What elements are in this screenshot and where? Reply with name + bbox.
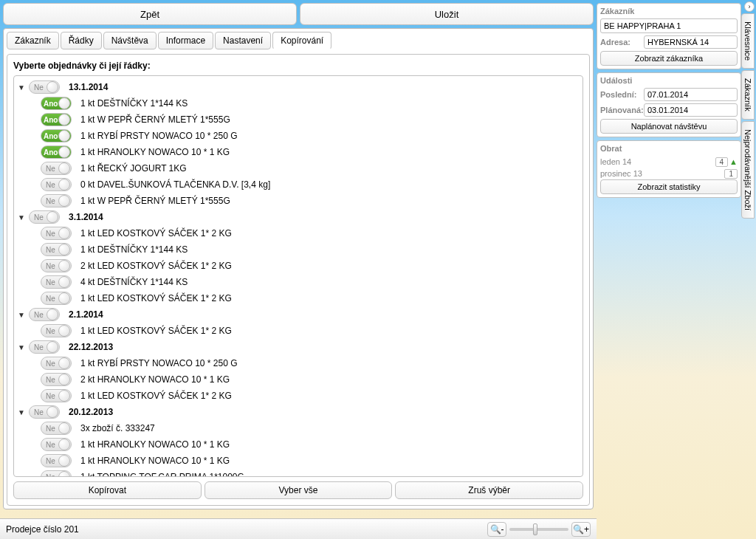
copy-panel: Vyberte objednávky či její řádky: ▼Ne13.… bbox=[7, 54, 590, 506]
item-toggle[interactable]: Ne bbox=[41, 357, 72, 370]
item-toggle[interactable]: Ne bbox=[41, 243, 72, 256]
list-item: Ne2 kt HRANOLKY NOWACO 10 * 1 KG bbox=[17, 371, 580, 388]
zoom-out-button[interactable]: 🔍‑ bbox=[487, 522, 506, 537]
item-text: 1 kt LED KOSTKOVÝ SÁČEK 1* 2 KG bbox=[80, 293, 232, 303]
events-title: Události bbox=[600, 76, 738, 85]
item-text: 2 kt LED KOSTKOVÝ SÁČEK 1* 2 KG bbox=[80, 261, 232, 271]
chevron-down-icon[interactable]: ▼ bbox=[17, 83, 26, 92]
list-item: Ne1 kt TOPPING TOF.CAR.PRIMA 1*1000G bbox=[17, 469, 580, 477]
item-toggle[interactable]: Ne bbox=[41, 324, 72, 337]
list-item: Ano1 kt DEŠTNÍČKY 1*144 KS bbox=[17, 95, 580, 111]
last-value: 07.01.2014 bbox=[644, 88, 738, 101]
item-toggle[interactable]: Ano bbox=[41, 113, 72, 126]
address-value: HYBERNSKÁ 14 bbox=[644, 35, 738, 49]
group-header: ▼Ne13.1.2014 bbox=[17, 79, 580, 95]
list-item: Ne1 kt LED KOSTKOVÝ SÁČEK 1* 2 KG bbox=[17, 323, 580, 339]
panel-title: Vyberte objednávky či její řádky: bbox=[13, 61, 583, 71]
item-toggle[interactable]: Ne bbox=[41, 162, 72, 175]
order-list[interactable]: ▼Ne13.1.2014Ano1 kt DEŠTNÍČKY 1*144 KSAn… bbox=[13, 75, 583, 477]
item-toggle[interactable]: Ne bbox=[41, 194, 72, 207]
group-toggle[interactable]: Ne bbox=[29, 210, 60, 224]
tab-návštěva[interactable]: Návštěva bbox=[103, 32, 157, 49]
group-toggle[interactable]: Ne bbox=[29, 405, 60, 419]
list-item: Ne1 kt LED KOSTKOVÝ SÁČEK 1* 2 KG bbox=[17, 225, 580, 241]
tab-informace[interactable]: Informace bbox=[158, 32, 213, 49]
right-tabs-close-button[interactable]: › bbox=[744, 1, 755, 12]
select-all-button[interactable]: Vyber vše bbox=[205, 481, 393, 499]
tab-kopírování[interactable]: Kopírování bbox=[272, 32, 331, 49]
chevron-down-icon[interactable]: ▼ bbox=[17, 408, 26, 416]
list-item: Ne1 kt W PEPŘ ČERNÝ MLETÝ 1*555G bbox=[17, 193, 580, 209]
customer-title: Zákazník bbox=[600, 7, 738, 16]
tab-nastavení[interactable]: Nastavení bbox=[215, 32, 271, 49]
group-date: 22.12.2013 bbox=[69, 342, 113, 352]
cancel-selection-button[interactable]: Zruš výběr bbox=[395, 481, 583, 499]
planned-value: 03.01.2014 bbox=[644, 103, 738, 117]
right-tab[interactable]: Zákazník bbox=[741, 70, 755, 120]
tab-zákazník[interactable]: Zákazník bbox=[7, 32, 59, 49]
item-toggle[interactable]: Ano bbox=[41, 129, 72, 143]
obrat-label: leden 14 bbox=[600, 157, 631, 166]
chevron-down-icon[interactable]: ▼ bbox=[17, 213, 26, 222]
group-date: 13.1.2014 bbox=[69, 82, 108, 92]
list-item: Ano1 kt W PEPŘ ČERNÝ MLETÝ 1*555G bbox=[17, 111, 580, 128]
item-toggle[interactable]: Ne bbox=[41, 422, 72, 435]
item-toggle[interactable]: Ne bbox=[41, 227, 72, 240]
list-item: Ne1 kt HRANOLKY NOWACO 10 * 1 KG bbox=[17, 436, 580, 453]
group-date: 3.1.2014 bbox=[69, 212, 103, 222]
show-stats-button[interactable]: Zobrazit statistiky bbox=[600, 179, 738, 194]
list-item: Ne1 kt HRANOLKY NOWACO 10 * 1 KG bbox=[17, 453, 580, 469]
zoom-in-button[interactable]: 🔍+ bbox=[571, 522, 591, 537]
item-toggle[interactable]: Ne bbox=[41, 454, 72, 467]
group-toggle[interactable]: Ne bbox=[29, 340, 60, 354]
events-panel: Události Poslední: 07.01.2014 Plánovaná:… bbox=[597, 72, 741, 137]
obrat-panel: Obrat leden 144▲prosinec 131 Zobrazit st… bbox=[597, 140, 741, 198]
obrat-label: prosinec 13 bbox=[600, 169, 642, 178]
group-header: ▼Ne22.12.2013 bbox=[17, 339, 580, 355]
obrat-value: 4 bbox=[715, 157, 729, 167]
save-button[interactable]: Uložit bbox=[300, 3, 594, 25]
list-item: Ne4 kt DEŠTNÍČKY 1*144 KS bbox=[17, 274, 580, 290]
group-toggle[interactable]: Ne bbox=[29, 80, 60, 94]
list-item: Ne1 kt LED KOSTKOVÝ SÁČEK 1* 2 KG bbox=[17, 388, 580, 404]
customer-panel: Zákazník BE HAPPY|PRAHA 1 Adresa: HYBERN… bbox=[597, 3, 741, 69]
item-toggle[interactable]: Ano bbox=[41, 97, 72, 110]
status-text: Prodejce číslo 201 bbox=[6, 524, 79, 535]
item-text: 1 kt W PEPŘ ČERNÝ MLETÝ 1*555G bbox=[80, 114, 230, 125]
address-label: Adresa: bbox=[600, 38, 641, 47]
right-tab[interactable]: Nejprodávanější Zboží bbox=[741, 121, 755, 219]
item-toggle[interactable]: Ne bbox=[41, 178, 72, 191]
item-toggle[interactable]: Ne bbox=[41, 259, 72, 272]
item-text: 1 kt HRANOLKY NOWACO 10 * 1 KG bbox=[80, 456, 230, 466]
item-toggle[interactable]: Ano bbox=[41, 145, 72, 159]
tab-řádky[interactable]: Řádky bbox=[61, 32, 102, 49]
obrat-row: prosinec 131 bbox=[600, 168, 738, 179]
item-text: 3x zboží č. 333247 bbox=[80, 423, 155, 433]
zoom-slider[interactable] bbox=[509, 528, 568, 531]
list-item: Ne2 kt LED KOSTKOVÝ SÁČEK 1* 2 KG bbox=[17, 258, 580, 274]
tab-bar: ZákazníkŘádkyNávštěvaInformaceNastaveníK… bbox=[7, 32, 590, 49]
back-button[interactable]: Zpět bbox=[3, 3, 297, 25]
item-text: 1 kt RYBÍ PRSTY NOWACO 10 * 250 G bbox=[80, 358, 238, 368]
group-header: ▼Ne2.1.2014 bbox=[17, 306, 580, 323]
planned-label: Plánovaná: bbox=[600, 106, 641, 114]
chevron-right-icon: › bbox=[749, 3, 751, 10]
item-text: 1 kt HRANOLKY NOWACO 10 * 1 KG bbox=[80, 147, 230, 157]
item-toggle[interactable]: Ne bbox=[41, 438, 72, 451]
item-toggle[interactable]: Ne bbox=[41, 373, 72, 386]
list-item: Ne1 kt ŘECKÝ JOGURT 1KG bbox=[17, 160, 580, 176]
copy-button[interactable]: Kopírovat bbox=[13, 481, 202, 499]
item-toggle[interactable]: Ne bbox=[41, 292, 72, 305]
chevron-down-icon[interactable]: ▼ bbox=[17, 343, 26, 351]
item-toggle[interactable]: Ne bbox=[41, 389, 72, 402]
zoom-handle[interactable] bbox=[533, 523, 537, 535]
chevron-down-icon[interactable]: ▼ bbox=[17, 311, 26, 319]
group-toggle[interactable]: Ne bbox=[29, 308, 60, 321]
plan-visit-button[interactable]: Naplánovat návštěvu bbox=[600, 119, 738, 134]
item-text: 1 kt LED KOSTKOVÝ SÁČEK 1* 2 KG bbox=[80, 391, 232, 401]
show-customer-button[interactable]: Zobrazit zákazníka bbox=[600, 51, 738, 66]
right-tab[interactable]: Klávesnice bbox=[741, 13, 755, 69]
group-header: ▼Ne3.1.2014 bbox=[17, 209, 580, 225]
item-toggle[interactable]: Ne bbox=[41, 470, 72, 477]
item-toggle[interactable]: Ne bbox=[41, 275, 72, 289]
